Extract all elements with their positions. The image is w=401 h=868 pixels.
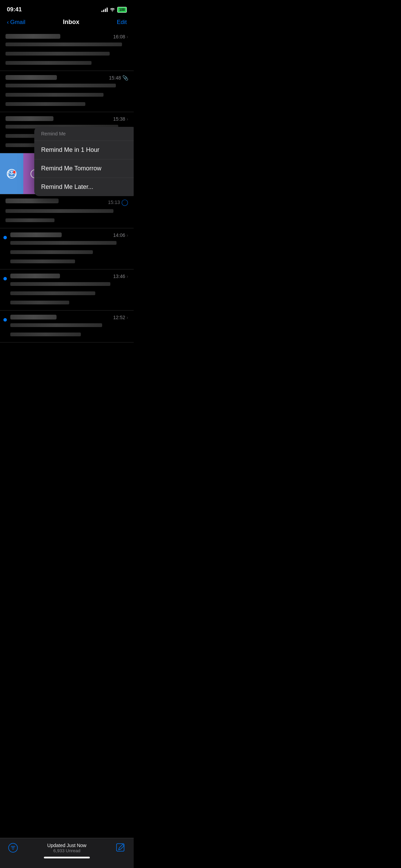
timestamp-2: 15:48 📎 — [109, 75, 128, 81]
sender-blur-5 — [10, 232, 62, 237]
email-body-blur-5 — [10, 239, 128, 265]
chevron-left-icon: ‹ — [7, 19, 9, 26]
email-row-1[interactable]: 16:08 › — [0, 30, 134, 71]
timestamp-7: 12:52 › — [113, 315, 128, 320]
unread-dot-6 — [3, 277, 7, 280]
back-button[interactable]: ‹ Gmail — [7, 19, 25, 26]
timestamp-4: 15:13 ◯ — [108, 198, 128, 206]
chevron-right-icon-5: › — [126, 232, 128, 238]
timestamp-6: 13:46 › — [113, 274, 128, 279]
mail-swipe-icon — [7, 169, 16, 179]
remind-tomorrow-item[interactable]: Remind Me Tomorrow — [34, 159, 134, 178]
email-row-6[interactable]: 13:46 › — [0, 269, 134, 311]
signal-icon — [101, 7, 108, 12]
email-body-blur-4 — [5, 207, 128, 224]
remind-later-item[interactable]: Remind Me Later... — [34, 178, 134, 196]
email-body-blur-2 — [5, 82, 128, 108]
email-body-blur-1 — [5, 41, 128, 67]
email-row-7[interactable]: 12:52 › — [0, 311, 134, 342]
email-row-4[interactable]: 15:13 ◯ — [0, 194, 134, 228]
email-body-blur-6 — [10, 280, 128, 306]
sender-blur-3 — [5, 116, 53, 121]
chevron-right-icon-7: › — [126, 315, 128, 320]
sender-blur-2 — [5, 75, 57, 80]
battery-icon: 100 — [117, 7, 127, 13]
sender-blur-1 — [5, 34, 60, 39]
email-row-5[interactable]: 14:06 › — [0, 228, 134, 269]
sender-blur-7 — [10, 315, 57, 320]
status-time: 09:41 — [7, 6, 22, 13]
timestamp-3: 15:38 › — [113, 116, 128, 122]
timestamp-1: 16:08 › — [113, 34, 128, 39]
chevron-right-icon: › — [126, 34, 128, 39]
timestamp-5: 14:06 › — [113, 232, 128, 238]
chevron-right-icon-3: › — [126, 116, 128, 122]
circle-indicator-icon: ◯ — [121, 198, 128, 206]
nav-bar: ‹ Gmail Inbox Edit — [0, 17, 134, 30]
context-menu-header: Remind Me — [34, 127, 134, 141]
wifi-icon — [110, 7, 115, 12]
unread-dot-5 — [3, 236, 7, 239]
remind-1hour-item[interactable]: Remind Me in 1 Hour — [34, 141, 134, 159]
page-title: Inbox — [63, 19, 79, 26]
status-bar: 09:41 100 — [0, 0, 134, 17]
unread-dot-7 — [3, 318, 7, 322]
chevron-right-icon-6: › — [126, 274, 128, 279]
mark-unread-button[interactable] — [0, 153, 23, 194]
sender-blur-4 — [5, 198, 59, 203]
email-body-blur-7 — [10, 322, 128, 338]
context-menu: Remind Me Remind Me in 1 Hour Remind Me … — [34, 127, 134, 196]
attachment-icon: 📎 — [122, 75, 128, 81]
sender-blur-6 — [10, 274, 60, 278]
edit-button[interactable]: Edit — [117, 19, 127, 26]
email-row-2[interactable]: 15:48 📎 — [0, 71, 134, 112]
status-icons: 100 — [101, 7, 127, 13]
